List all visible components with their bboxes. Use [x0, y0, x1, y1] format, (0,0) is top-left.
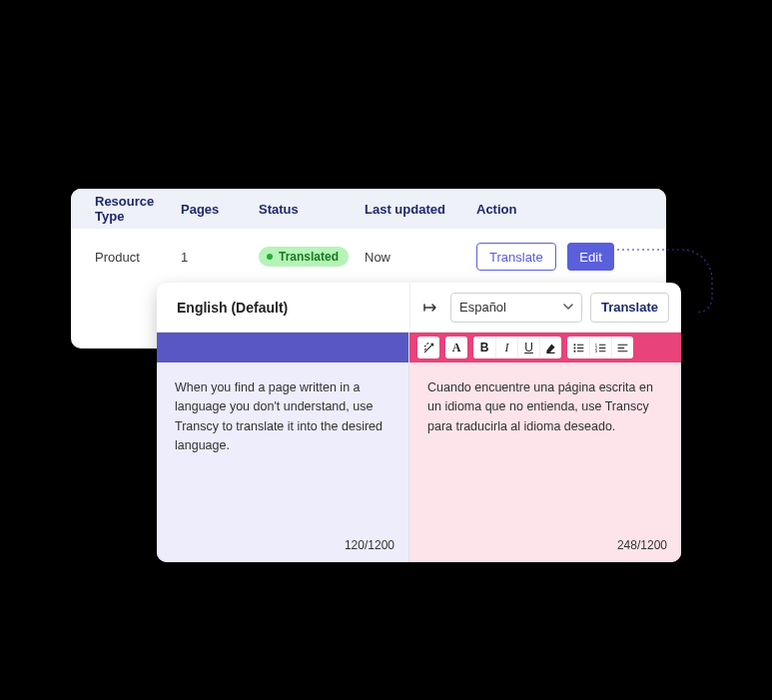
bullet-list-icon[interactable]	[567, 337, 589, 358]
target-controls: Español Translate	[409, 283, 681, 332]
source-text[interactable]: When you find a page written in a langua…	[157, 362, 408, 538]
table-row: Product 1 Translated Now Translate Edit	[71, 229, 666, 285]
cell-status: Translated	[259, 247, 365, 267]
edit-button[interactable]: Edit	[567, 243, 613, 271]
svg-point-2	[573, 350, 575, 351]
svg-point-1	[573, 347, 575, 349]
bold-icon[interactable]: B	[473, 337, 495, 358]
source-counter: 120/1200	[345, 538, 408, 562]
col-header-pages: Pages	[181, 202, 259, 217]
source-band	[157, 333, 408, 362]
target-counter: 248/1200	[617, 538, 681, 562]
number-list-icon[interactable]: 123	[589, 337, 611, 358]
cell-action: Translate Edit	[476, 243, 656, 271]
cell-pages: 1	[181, 250, 259, 265]
col-header-status: Status	[259, 202, 365, 217]
status-badge: Translated	[259, 247, 349, 267]
col-header-action: Action	[476, 202, 656, 217]
underline-icon[interactable]: U	[517, 337, 539, 358]
svg-point-0	[573, 344, 575, 346]
target-language-value: Español	[459, 300, 506, 315]
editor-body: When you find a page written in a langua…	[157, 333, 681, 562]
table-header-row: Resource Type Pages Status Last updated …	[71, 189, 666, 229]
swap-direction-icon[interactable]	[418, 296, 442, 320]
target-text[interactable]: Cuando encuentre una página escrita en u…	[409, 362, 681, 538]
eraser-icon[interactable]	[539, 337, 561, 358]
cell-updated: Now	[365, 250, 476, 265]
target-pane: A B I U 123	[409, 333, 681, 562]
chevron-down-icon	[563, 300, 573, 315]
col-header-resource: Resource Type	[71, 194, 181, 224]
status-badge-label: Translated	[279, 250, 339, 264]
italic-icon[interactable]: I	[495, 337, 517, 358]
translate-button[interactable]: Translate	[476, 243, 556, 271]
magic-wand-icon[interactable]	[417, 337, 439, 358]
translation-editor: English (Default) Español Translate When…	[157, 283, 681, 562]
source-language-label: English (Default)	[157, 300, 409, 316]
font-color-icon[interactable]: A	[445, 337, 467, 358]
editor-header: English (Default) Español Translate	[157, 283, 681, 333]
target-language-select[interactable]: Español	[450, 293, 582, 323]
run-translate-button[interactable]: Translate	[590, 293, 669, 323]
toolbar: A B I U 123	[409, 333, 681, 362]
source-pane: When you find a page written in a langua…	[157, 333, 409, 562]
cell-resource: Product	[71, 250, 181, 265]
col-header-updated: Last updated	[365, 202, 476, 217]
svg-text:3: 3	[595, 349, 598, 353]
align-icon[interactable]	[611, 337, 633, 358]
